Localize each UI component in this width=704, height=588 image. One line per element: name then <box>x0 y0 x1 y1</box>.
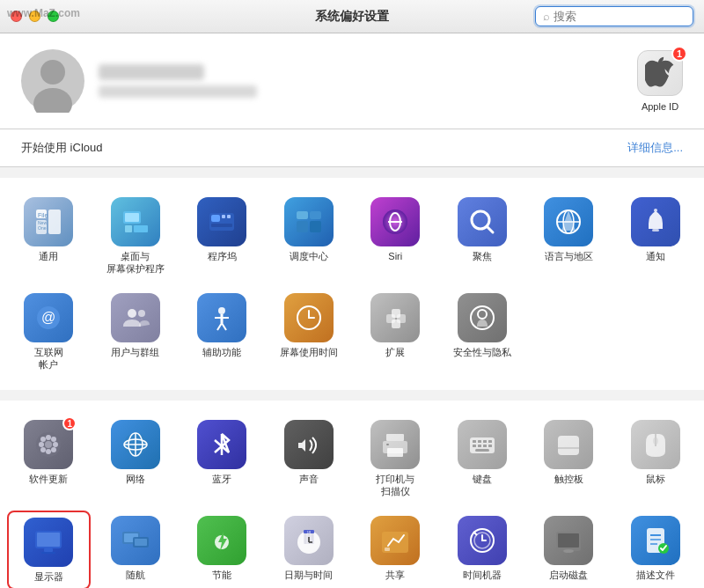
icon-item-siri[interactable]: Siri <box>354 192 437 281</box>
minimize-button[interactable] <box>29 11 40 22</box>
icon-label-general: 通用 <box>39 250 58 262</box>
icloud-section: 开始使用 iCloud 详细信息... <box>0 129 704 167</box>
icon-item-sound[interactable]: 声音 <box>268 415 351 503</box>
icons-section-1: FileNewOne通用桌面与 屏幕保护程序程序坞调度中心Siri聚焦语言与地区… <box>0 178 704 390</box>
svg-rect-112 <box>558 533 579 548</box>
icon-label-bluetooth: 蓝牙 <box>212 473 231 485</box>
icon-item-extend[interactable]: 扩展 <box>354 288 437 377</box>
icon-item-desktop[interactable]: 桌面与 屏幕保护程序 <box>94 192 178 281</box>
icons-section-2: 1软件更新网络蓝牙声音打印机与 扫描仪键盘触控板鼠标显示器随航节能18日期与时间… <box>0 401 704 588</box>
icon-item-keyboard[interactable]: 键盘 <box>441 415 524 503</box>
svg-rect-20 <box>297 221 308 232</box>
profile-name-blur <box>99 64 204 80</box>
icon-label-sound: 声音 <box>299 473 319 485</box>
svg-rect-72 <box>386 444 389 445</box>
icon-item-mouse[interactable]: 鼠标 <box>614 415 698 503</box>
icon-item-internet[interactable]: @互联网 帐户 <box>7 288 91 377</box>
icon-item-datetime[interactable]: 18日期与时间 <box>268 511 351 588</box>
icon-label-mission: 调度中心 <box>290 250 328 262</box>
svg-point-34 <box>128 309 136 318</box>
svg-rect-15 <box>222 215 225 218</box>
icon-item-display[interactable]: 显示器 <box>7 511 91 588</box>
icon-item-bluetooth[interactable]: 蓝牙 <box>180 415 264 503</box>
apple-id-section[interactable]: 1 Apple ID <box>637 50 683 112</box>
svg-line-39 <box>217 323 222 330</box>
icon-label-screentime: 屏幕使用时间 <box>280 346 338 358</box>
maximize-button[interactable] <box>48 11 59 22</box>
icon-label-datetime: 日期与时间 <box>284 569 333 581</box>
icon-item-notify[interactable]: 通知 <box>614 192 698 281</box>
icon-item-network[interactable]: 网络 <box>94 415 178 503</box>
svg-rect-14 <box>211 215 220 222</box>
icon-item-printer[interactable]: 打印机与 扫描仪 <box>354 415 437 503</box>
apple-logo-icon <box>645 55 675 91</box>
svg-rect-71 <box>387 448 403 457</box>
icon-item-desc[interactable]: 描述文件 <box>614 511 698 588</box>
svg-rect-5 <box>48 209 61 234</box>
icon-item-mission[interactable]: 调度中心 <box>268 192 351 281</box>
icon-item-spotlight[interactable]: 聚焦 <box>441 192 524 281</box>
icon-item-updates[interactable]: 1软件更新 <box>7 415 91 503</box>
icon-item-lang[interactable]: 语言与地区 <box>527 192 611 281</box>
title-bar: 系统偏好设置 ⌕ www.MaZ.com <box>0 0 704 33</box>
icon-label-updates: 软件更新 <box>29 473 68 485</box>
svg-point-58 <box>39 442 44 447</box>
svg-rect-19 <box>310 211 321 219</box>
icon-label-users: 用户与群组 <box>111 346 159 358</box>
svg-rect-12 <box>134 225 148 232</box>
icon-item-share[interactable]: 共享 <box>354 511 437 588</box>
search-bar[interactable]: ⌕ <box>535 6 693 26</box>
svg-text:18: 18 <box>307 530 312 534</box>
svg-rect-94 <box>135 539 147 546</box>
close-button[interactable] <box>11 11 22 22</box>
window-title: 系统偏好设置 <box>315 9 389 25</box>
svg-rect-88 <box>37 533 60 547</box>
icon-label-share: 共享 <box>385 569 405 581</box>
svg-rect-77 <box>488 440 492 443</box>
main-content: 1 Apple ID 开始使用 iCloud 详细信息... FileNewOn… <box>0 33 704 588</box>
svg-line-26 <box>487 226 493 232</box>
svg-text:File: File <box>38 212 48 218</box>
icon-label-energy: 节能 <box>212 569 231 581</box>
svg-rect-16 <box>227 215 231 218</box>
icon-label-network: 网络 <box>126 473 145 485</box>
svg-rect-106 <box>385 548 390 551</box>
icon-item-users[interactable]: 用户与群组 <box>94 288 178 377</box>
svg-rect-76 <box>483 440 487 443</box>
icon-item-general[interactable]: FileNewOne通用 <box>7 192 91 281</box>
icon-item-screentime[interactable]: 屏幕使用时间 <box>268 288 351 377</box>
svg-rect-69 <box>386 434 404 441</box>
icon-item-access[interactable]: 辅助功能 <box>180 288 264 377</box>
icon-label-startup: 启动磁盘 <box>549 569 588 581</box>
profile-section: 1 Apple ID <box>0 33 704 129</box>
search-input[interactable] <box>554 10 686 23</box>
svg-rect-83 <box>558 436 579 455</box>
svg-rect-79 <box>478 445 481 447</box>
profile-email-blur <box>99 85 257 98</box>
icon-label-internet: 互联网 帐户 <box>34 346 63 371</box>
icon-item-security[interactable]: 安全性与隐私 <box>441 288 524 377</box>
avatar <box>21 49 84 113</box>
svg-point-49 <box>478 310 487 319</box>
svg-rect-78 <box>473 445 476 447</box>
svg-point-51 <box>40 437 46 442</box>
profile-info <box>99 64 683 98</box>
icon-item-random[interactable]: 随航 <box>94 511 178 588</box>
svg-rect-82 <box>475 449 489 452</box>
icon-label-lang: 语言与地区 <box>545 250 593 262</box>
icon-item-startup[interactable]: 启动磁盘 <box>527 511 611 588</box>
svg-point-56 <box>46 449 51 454</box>
icon-label-trackpad: 触控板 <box>554 473 583 485</box>
window-controls <box>11 11 59 22</box>
icon-badge-updates: 1 <box>62 416 77 430</box>
apple-id-icon[interactable]: 1 <box>637 50 683 96</box>
icloud-detail-link[interactable]: 详细信息... <box>627 140 683 156</box>
icon-item-dock[interactable]: 程序坞 <box>180 192 264 281</box>
icon-item-trackpad[interactable]: 触控板 <box>527 415 611 503</box>
icon-item-energy[interactable]: 节能 <box>180 511 264 588</box>
icon-item-timemachine[interactable]: 时间机器 <box>441 511 524 588</box>
svg-rect-80 <box>483 445 487 447</box>
svg-rect-30 <box>652 229 659 232</box>
svg-rect-18 <box>297 211 308 219</box>
svg-point-35 <box>138 310 145 317</box>
